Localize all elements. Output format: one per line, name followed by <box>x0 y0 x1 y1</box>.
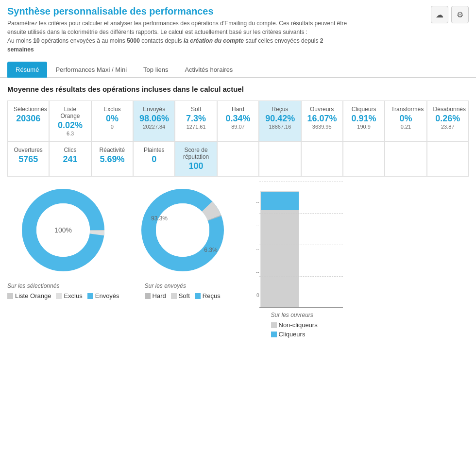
legend-label-soft: Soft <box>179 292 190 299</box>
desc-line2: Au moins 10 opérations envoyées à au moi… <box>7 37 323 53</box>
svg-text:6.3%: 6.3% <box>204 247 218 253</box>
tab-activites-horaires[interactable]: Activités horaires <box>176 62 241 78</box>
legend-color-liste-orange <box>7 293 13 299</box>
tab-top-liens[interactable]: Top liens <box>135 62 176 78</box>
legend-hard: Hard <box>145 292 166 299</box>
stat-cliqueurs: Cliqueurs 0.91% 190.9 <box>343 100 385 142</box>
legend-color-soft <box>171 293 177 299</box>
chart-2-legend: Sur les envoyés Hard Soft Reçus <box>145 282 221 299</box>
gear-icon: ⚙ <box>457 10 463 19</box>
legend-color-envoyes <box>87 293 93 299</box>
legend-label-liste-orange: Liste Orange <box>15 292 51 299</box>
stat-soft: Soft 7.3% 1271.61 <box>175 100 217 142</box>
section-title: Moyenne des résultats des opérations inc… <box>7 85 469 93</box>
donut-chart-1: 100% <box>15 182 112 279</box>
stat-liste-orange: Liste Orange 0.02% 6.3 <box>49 100 91 142</box>
stat-envoyes: Envoyés 98.06% 20227.84 <box>133 100 175 142</box>
stat-transformes: Transformés 0% 0.21 <box>385 100 426 142</box>
bar-chart-wrap: -- -- -- -- 0 <box>246 182 343 308</box>
legend-label-cliqueurs: Cliqueurs <box>279 331 306 338</box>
cloud-icon: ☁ <box>436 10 443 19</box>
stats-row-2: Ouvertures 5765 Clics 241 Réactivité 5.6… <box>7 141 469 177</box>
grid-line-2 <box>259 245 343 245</box>
stat-empty-3 <box>301 141 343 177</box>
legend-recus: Reçus <box>195 292 221 299</box>
page-description: Paramétrez les critères pour calculer et… <box>7 19 347 54</box>
stat-empty-4 <box>343 141 385 177</box>
chart-2-legend-items: Hard Soft Reçus <box>145 292 221 299</box>
legend-exclus: Exclus <box>56 292 82 299</box>
tab-bar: Résumé Performances Maxi / Mini Top lien… <box>0 62 476 78</box>
chart-bar-legend: Sur les ouvreurs Non-cliqueurs Cliqueurs <box>271 312 318 338</box>
legend-soft: Soft <box>171 292 190 299</box>
chart-envoyes: 93.3% 6.3% Sur les envoyés Hard Soft <box>134 182 231 299</box>
charts-row: 100% Sur les sélectionnés Liste Orange E… <box>7 177 469 348</box>
main-content: Moyenne des résultats des opérations inc… <box>0 78 476 348</box>
desc-line1: Paramétrez les critères pour calculer et… <box>7 20 347 35</box>
donut-chart-2: 93.3% 6.3% <box>134 182 231 279</box>
legend-color-non-cliqueurs <box>271 322 277 328</box>
tab-perf-maxi-mini[interactable]: Performances Maxi / Mini <box>47 62 135 78</box>
stat-ouvreurs: Ouvreurs 16.07% 3639.95 <box>301 100 343 142</box>
legend-label-envoyes: Envoyés <box>95 292 119 299</box>
cloud-button[interactable]: ☁ <box>431 6 448 23</box>
stat-empty-1 <box>217 141 259 177</box>
chart-1-legend-items: Liste Orange Exclus Envoyés <box>7 292 119 299</box>
grid-line-1 <box>259 213 343 214</box>
stat-empty-6 <box>427 141 469 177</box>
legend-label-non-cliqueurs: Non-cliqueurs <box>279 321 318 329</box>
x-axis-line <box>259 307 343 308</box>
legend-cliqueurs-bar: Cliqueurs <box>271 331 318 338</box>
legend-color-hard <box>145 293 151 299</box>
chart-2-title: Sur les envoyés <box>145 282 221 289</box>
legend-color-exclus <box>56 293 62 299</box>
bar-legend-items: Non-cliqueurs Cliqueurs <box>271 321 318 338</box>
stat-selectionnes: Sélectionnés 20306 <box>7 100 49 142</box>
stat-empty-2 <box>259 141 301 177</box>
stat-clics: Clics 241 <box>49 141 91 177</box>
stat-empty-5 <box>385 141 426 177</box>
legend-label-hard: Hard <box>153 292 166 299</box>
stat-recus: Reçus 90.42% 18867.16 <box>259 100 301 142</box>
grid-line-top <box>259 182 343 182</box>
legend-envoyes: Envoyés <box>87 292 119 299</box>
stat-hard: Hard 0.34% 89.07 <box>217 100 259 142</box>
tab-resume[interactable]: Résumé <box>7 62 47 78</box>
stat-desabonnes: Désabonnés 0.26% 23.87 <box>427 100 469 142</box>
svg-text:93.3%: 93.3% <box>151 215 168 222</box>
settings-button[interactable]: ⚙ <box>451 6 469 23</box>
legend-label-exclus: Exclus <box>64 292 82 299</box>
stat-score-reputation: Score de réputation 100 <box>175 141 217 177</box>
page-header: Synthèse personnalisable des performance… <box>0 0 476 58</box>
stat-ouvertures: Ouvertures 5765 <box>7 141 49 177</box>
stat-exclus: Exclus 0% 0 <box>91 100 133 142</box>
top-icon-area: ☁ ⚙ <box>431 6 469 23</box>
legend-liste-orange: Liste Orange <box>7 292 51 299</box>
legend-non-cliqueurs: Non-cliqueurs <box>271 321 318 329</box>
stats-row-1: Sélectionnés 20306 Liste Orange 0.02% 6.… <box>7 100 469 142</box>
chart-ouvreurs: -- -- -- -- 0 <box>246 182 343 338</box>
page-title: Synthèse personnalisable des performance… <box>7 6 469 17</box>
stat-reactivite: Réactivité 5.69% <box>91 141 133 177</box>
stat-plaintes: Plaintes 0 <box>133 141 175 177</box>
y-axis: -- -- -- -- 0 <box>246 182 259 298</box>
chart-selectionnes: 100% Sur les sélectionnés Liste Orange E… <box>7 182 119 299</box>
chart-1-legend: Sur les sélectionnés Liste Orange Exclus… <box>7 282 119 299</box>
chart-bar-title: Sur les ouvreurs <box>271 312 318 318</box>
chart-1-title: Sur les sélectionnés <box>7 282 119 289</box>
legend-color-cliqueurs <box>271 332 277 337</box>
svg-point-8 <box>156 203 209 257</box>
bar-column <box>260 191 299 308</box>
legend-color-recus <box>195 293 201 299</box>
bar-cliqueurs <box>261 192 299 210</box>
svg-text:100%: 100% <box>54 226 72 234</box>
grid-line-3 <box>259 276 343 277</box>
bar-non-cliqueurs <box>261 210 299 307</box>
legend-label-recus: Reçus <box>203 292 221 299</box>
